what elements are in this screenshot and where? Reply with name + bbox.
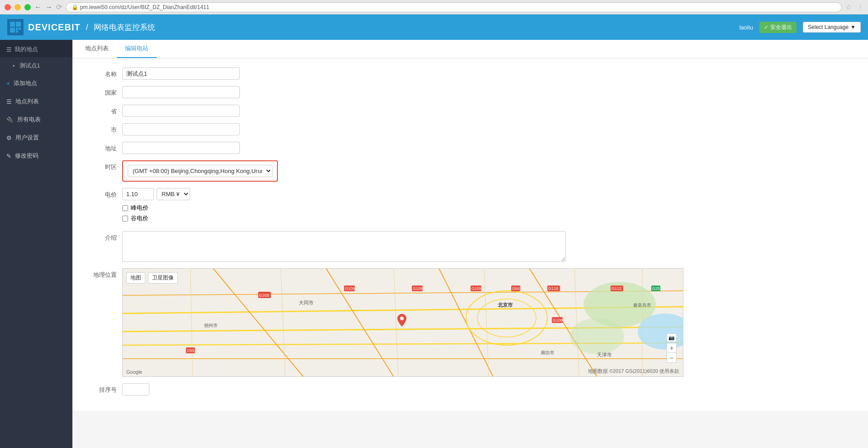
satellite-view-button[interactable]: 卫星图像 — [148, 272, 178, 284]
valley-price-checkbox[interactable] — [122, 216, 128, 222]
form-row-address: 地址 — [86, 142, 854, 154]
sidebar: ☰ 我的地点 测试点1 + 添加地点 ☰ 地点列表 🔌 所有电表 ⚙ 用户设置 … — [0, 40, 72, 448]
browser-min-btn[interactable] — [14, 4, 21, 10]
gear-icon: ⚙ — [6, 135, 12, 141]
svg-text:朔州市: 朔州市 — [204, 323, 218, 328]
url-text: pm.lewei50.com/dz/User/BIZ_DZ_DianZhanEd… — [80, 4, 209, 10]
svg-text:北京市: 北京市 — [497, 302, 513, 308]
svg-point-53 — [400, 317, 404, 320]
sidebar-item-user-settings[interactable]: ⚙ 用户设置 — [0, 129, 72, 147]
sidebar-section-label: 我的地点 — [14, 45, 38, 53]
svg-rect-3 — [16, 28, 18, 30]
form-row-province: 省 — [86, 105, 854, 117]
user-settings-label: 用户设置 — [15, 134, 39, 142]
plus-icon: + — [6, 80, 10, 87]
location-list-label: 地点列表 — [15, 97, 39, 106]
country-label: 国家 — [86, 86, 122, 97]
map-view-button[interactable]: 地图 — [126, 272, 145, 284]
svg-text:G55: G55 — [187, 348, 195, 353]
main-layout: ☰ 我的地点 测试点1 + 添加地点 ☰ 地点列表 🔌 所有电表 ⚙ 用户设置 … — [0, 40, 868, 448]
province-label: 省 — [86, 105, 122, 116]
header-divider: / — [86, 23, 88, 32]
app-header: DEVICEBIT / 网络电表监控系统 laoliu ✓ 安全退出 Selec… — [0, 14, 868, 40]
svg-text:G64: G64 — [512, 286, 520, 291]
address-label: 地址 — [86, 142, 122, 153]
price-input[interactable] — [122, 188, 154, 200]
sidebar-item-test-point[interactable]: 测试点1 — [0, 57, 72, 74]
peak-price-label: 峰电价 — [131, 204, 148, 212]
main-content: 地点列表 编辑电站 名称 国家 省 — [72, 40, 868, 448]
svg-text:G109: G109 — [413, 286, 423, 291]
all-meters-label: 所有电表 — [17, 116, 41, 124]
timezone-label: 时区 — [86, 160, 122, 171]
city-input[interactable] — [122, 123, 240, 135]
timezone-select[interactable]: (GMT +08:00) Beijing,Chongqing,Hong Kong… — [128, 165, 272, 177]
svg-text:G108: G108 — [553, 318, 563, 323]
browser-reload-btn[interactable]: ⟳ — [56, 3, 62, 11]
browser-star-btn[interactable]: ☆ — [845, 3, 852, 11]
sidebar-item-add-location[interactable]: + 添加地点 — [0, 74, 72, 92]
svg-rect-0 — [10, 22, 15, 27]
svg-text:G110: G110 — [548, 286, 558, 291]
price-label: 电价 — [86, 188, 122, 199]
sidebar-item-change-password[interactable]: ✎ 修改密码 — [0, 147, 72, 165]
map-container[interactable]: 大同市 北京市 朔州市 天津市 秦皇岛市 廊坊市 G208 G109 — [122, 268, 683, 377]
sidebar-item-all-meters[interactable]: 🔌 所有电表 — [0, 111, 72, 129]
svg-text:G109: G109 — [472, 286, 482, 291]
intro-textarea[interactable] — [122, 231, 566, 262]
svg-point-23 — [570, 318, 624, 354]
logo-area: DEVICEBIT — [7, 19, 81, 35]
city-label: 市 — [86, 123, 122, 134]
svg-text:廊坊市: 廊坊市 — [541, 350, 554, 355]
form-row-city: 市 — [86, 123, 854, 135]
svg-text:G208: G208 — [259, 293, 269, 298]
svg-text:秦皇岛市: 秦皇岛市 — [633, 303, 651, 308]
order-label: 排序号 — [86, 383, 122, 394]
browser-back-btn[interactable]: ← — [34, 3, 42, 11]
svg-text:大同市: 大同市 — [299, 300, 314, 305]
form-row-geo: 地理位置 — [86, 268, 854, 377]
logo-icon — [7, 19, 24, 35]
peak-price-checkbox[interactable] — [122, 205, 128, 211]
logout-button[interactable]: ✓ 安全退出 — [759, 22, 796, 33]
name-input[interactable] — [122, 67, 240, 80]
svg-rect-1 — [16, 22, 21, 27]
form-row-price: 电价 RMB ¥ USD $ EUR € 峰电价 — [86, 188, 854, 225]
sidebar-item-location-list[interactable]: ☰ 地点列表 — [0, 92, 72, 111]
country-input[interactable] — [122, 86, 240, 98]
lang-arrow-icon: ▼ — [850, 24, 856, 30]
browser-url-bar[interactable]: 🔒 pm.lewei50.com/dz/User/BIZ_DZ_DianZhan… — [66, 2, 842, 12]
form-row-intro: 介绍 — [86, 231, 854, 262]
map-footer-google: Google — [126, 369, 142, 375]
add-location-label: 添加地点 — [14, 79, 37, 87]
svg-rect-4 — [19, 28, 21, 30]
meter-icon: 🔌 — [6, 116, 14, 123]
svg-text:天津市: 天津市 — [597, 352, 612, 357]
zoom-in-button[interactable]: + — [667, 343, 677, 353]
sidebar-section-my-locations[interactable]: ☰ 我的地点 — [0, 40, 72, 57]
logo-text: DEVICEBIT — [28, 22, 81, 33]
list-icon: ☰ — [6, 98, 12, 105]
tab-location-list[interactable]: 地点列表 — [77, 40, 117, 58]
hamburger-icon: ☰ — [6, 46, 12, 53]
form-row-order: 排序号 — [86, 383, 854, 395]
browser-close-btn[interactable] — [5, 4, 11, 10]
order-input[interactable] — [122, 383, 149, 395]
svg-rect-2 — [10, 28, 15, 33]
logout-check-icon: ✓ — [764, 24, 768, 30]
province-input[interactable] — [122, 105, 240, 117]
browser-menu-btn[interactable]: ⋮ — [857, 4, 863, 11]
currency-select[interactable]: RMB ¥ USD $ EUR € — [157, 188, 190, 200]
svg-text:G112: G112 — [611, 286, 621, 291]
browser-forward-btn[interactable]: → — [45, 3, 52, 11]
map-footer-copyright: 地图数据 ©2017 GS(2011)6020 使用条款 — [588, 368, 679, 375]
tab-edit-station[interactable]: 编辑电站 — [117, 40, 157, 58]
zoom-out-button[interactable]: − — [667, 353, 677, 363]
language-selector[interactable]: Select Language ▼ — [803, 22, 861, 33]
sidebar-item-test-point-label: 测试点1 — [19, 62, 40, 70]
form-area: 名称 国家 省 市 地址 — [72, 58, 868, 411]
map-zoom-controls: 📷 + − — [667, 333, 677, 363]
map-pin — [397, 314, 406, 327]
address-input[interactable] — [122, 142, 240, 154]
browser-max-btn[interactable] — [24, 4, 31, 10]
